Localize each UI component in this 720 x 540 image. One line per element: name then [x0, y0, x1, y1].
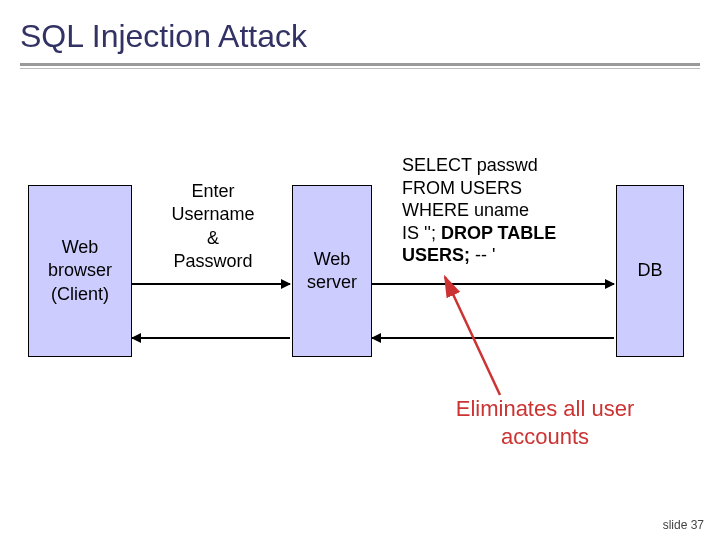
- sql-line2: FROM USERS: [402, 177, 556, 200]
- arrow-server-to-db: [372, 283, 614, 285]
- arrow-client-to-server: [132, 283, 290, 285]
- title-underline: [20, 63, 700, 69]
- client-label-line1: Web: [62, 236, 99, 259]
- enter-credentials-label: Enter Username & Password: [148, 180, 278, 274]
- sql-line3: WHERE uname: [402, 199, 556, 222]
- caption-eliminates-accounts: Eliminates all user accounts: [420, 395, 670, 450]
- diagram-stage: Web browser (Client) Web server DB Enter…: [0, 85, 720, 465]
- sql-line5: USERS; -- ': [402, 244, 556, 267]
- slide-title: SQL Injection Attack: [20, 18, 720, 55]
- client-label-line2: browser: [48, 259, 112, 282]
- db-box: DB: [616, 185, 684, 357]
- server-label-line2: server: [307, 271, 357, 294]
- slide-footer: slide 37: [663, 518, 704, 532]
- web-server-box: Web server: [292, 185, 372, 357]
- enter-line3: &: [148, 227, 278, 250]
- server-label-line1: Web: [314, 248, 351, 271]
- client-box: Web browser (Client): [28, 185, 132, 357]
- arrow-server-to-client: [132, 337, 290, 339]
- sql-line4-prefix: IS '';: [402, 223, 436, 243]
- sql-line5-suffix: -- ': [470, 245, 495, 265]
- sql-query-label: SELECT passwd FROM USERS WHERE uname IS …: [402, 154, 556, 267]
- client-label-line3: (Client): [51, 283, 109, 306]
- caption-line1: Eliminates all user: [420, 395, 670, 423]
- enter-line1: Enter: [148, 180, 278, 203]
- enter-line2: Username: [148, 203, 278, 226]
- db-label-line1: DB: [637, 259, 662, 282]
- sql-line5-bold: USERS;: [402, 245, 470, 265]
- sql-line4: IS ''; DROP TABLE: [402, 222, 556, 245]
- svg-line-0: [445, 277, 500, 395]
- sql-line1: SELECT passwd: [402, 154, 556, 177]
- caption-line2: accounts: [420, 423, 670, 451]
- enter-line4: Password: [148, 250, 278, 273]
- sql-line4-bold: DROP TABLE: [436, 223, 556, 243]
- arrow-db-to-server: [372, 337, 614, 339]
